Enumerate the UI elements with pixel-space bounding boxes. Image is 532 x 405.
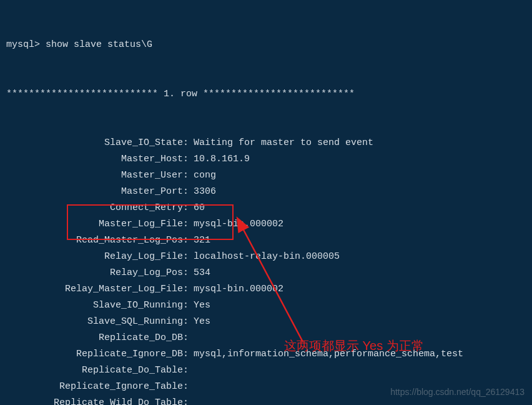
status-label: Replicate_Ignore_DB: — [6, 346, 194, 362]
row-separator: *************************** 1. row *****… — [6, 86, 526, 102]
annotation-text: 这两项都显示 Yes 为正常 — [284, 335, 424, 356]
status-value: Yes — [194, 298, 210, 314]
status-label: Master_Log_File: — [6, 216, 194, 232]
status-label: Replicate_Do_Table: — [6, 362, 194, 379]
watermark: https://blog.csdn.net/qq_26129413 — [390, 385, 525, 400]
status-row: Slave_IO_Running:Yes — [6, 298, 526, 314]
status-row: Relay_Log_File:localhost-relay-bin.00000… — [6, 249, 526, 265]
status-label: Read_Master_Log_Pos: — [6, 232, 194, 249]
status-label: Slave_IO_State: — [6, 135, 194, 151]
terminal-output: mysql> show slave status\G *************… — [6, 5, 526, 405]
status-row: Read_Master_Log_Pos:321 — [6, 232, 526, 249]
mysql-prompt: mysql> show slave status\G — [6, 37, 526, 53]
status-label: Relay_Log_Pos: — [6, 265, 194, 281]
status-value: 534 — [194, 265, 210, 281]
status-value: Waiting for master to send event — [194, 135, 373, 151]
status-label: Master_Port: — [6, 184, 194, 200]
status-label: Master_User: — [6, 168, 194, 184]
status-label: Replicate_Ignore_Table: — [6, 379, 194, 395]
status-label: Replicate_Wild_Do_Table: — [6, 395, 194, 405]
status-value: cong — [194, 168, 216, 184]
status-row: Master_User:cong — [6, 168, 526, 184]
status-row: Master_Host:10.8.161.9 — [6, 151, 526, 168]
status-row: Replicate_Ignore_DB:mysql,information_sc… — [6, 346, 526, 362]
status-value: 60 — [194, 200, 205, 216]
status-value: mysql-bin.000002 — [194, 216, 283, 232]
status-value: Yes — [194, 314, 210, 330]
status-row: Replicate_Do_Table: — [6, 362, 526, 379]
status-row: Slave_SQL_Running:Yes — [6, 314, 526, 330]
status-label: Master_Host: — [6, 151, 194, 168]
status-value: mysql-bin.000002 — [194, 281, 283, 298]
status-label: Slave_IO_Running: — [6, 298, 194, 314]
status-label: Relay_Log_File: — [6, 249, 194, 265]
status-label: Slave_SQL_Running: — [6, 314, 194, 330]
status-label: Connect_Retry: — [6, 200, 194, 216]
status-value: localhost-relay-bin.000005 — [194, 249, 340, 265]
status-row: Master_Log_File:mysql-bin.000002 — [6, 216, 526, 232]
status-row: Relay_Log_Pos:534 — [6, 265, 526, 281]
status-row: Slave_IO_State:Waiting for master to sen… — [6, 135, 526, 151]
status-value: 321 — [194, 232, 210, 249]
status-row: Connect_Retry:60 — [6, 200, 526, 216]
status-value: 10.8.161.9 — [194, 151, 250, 168]
status-value: 3306 — [194, 184, 216, 200]
status-row: Replicate_Do_DB: — [6, 330, 526, 346]
status-row: Relay_Master_Log_File:mysql-bin.000002 — [6, 281, 526, 298]
status-label: Replicate_Do_DB: — [6, 330, 194, 346]
status-label: Relay_Master_Log_File: — [6, 281, 194, 298]
status-row: Master_Port:3306 — [6, 184, 526, 200]
